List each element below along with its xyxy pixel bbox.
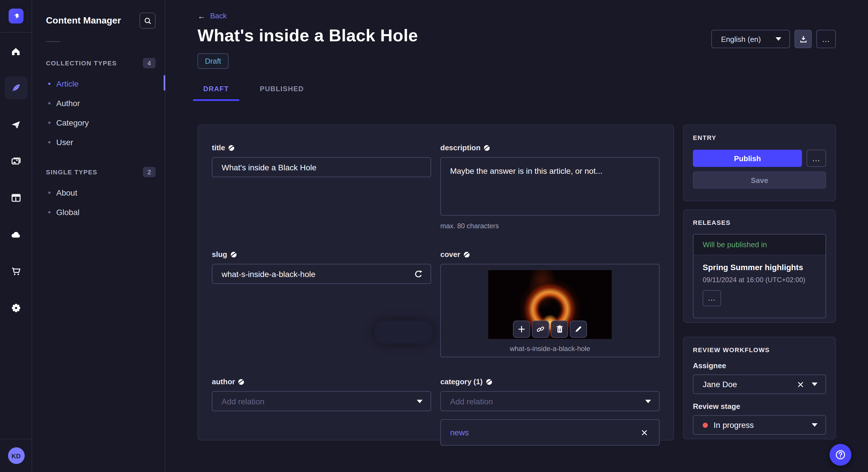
author-field: author Add relation — [212, 373, 431, 446]
content-manager-nav-button[interactable] — [4, 76, 27, 99]
sidebar-item-label: Article — [56, 79, 79, 88]
collection-types-heading: COLLECTION TYPES — [46, 60, 117, 67]
content-type-builder-nav-button[interactable] — [4, 187, 27, 209]
globe-icon — [484, 144, 490, 151]
content-manager-sidebar: Content Manager COLLECTION TYPES 4 Artic… — [32, 0, 165, 472]
marketplace-nav-button[interactable] — [4, 260, 27, 283]
save-button[interactable]: Save — [693, 171, 826, 189]
releases-panel-title: RELEASES — [693, 219, 826, 226]
review-stage-label: Review stage — [693, 402, 826, 411]
edit-form-card: title description max. 80 characters — [197, 125, 674, 440]
feather-icon — [10, 82, 22, 94]
sidebar-item-label: User — [56, 138, 73, 147]
publish-button[interactable]: Publish — [693, 150, 802, 167]
home-icon — [10, 45, 21, 57]
release-card: Will be published in Spring Summer highl… — [693, 234, 826, 318]
help-button[interactable] — [830, 444, 851, 466]
delete-media-button[interactable] — [551, 321, 568, 338]
locale-select[interactable]: English (en) — [711, 30, 790, 48]
settings-nav-button[interactable] — [4, 297, 27, 319]
sidebar-item-global[interactable]: Global — [46, 202, 156, 222]
sidebar-item-label: About — [56, 188, 77, 197]
search-button[interactable] — [140, 12, 156, 29]
sidebar-item-author[interactable]: Author — [46, 94, 156, 113]
chevron-down-icon — [776, 37, 781, 41]
back-link[interactable]: Back — [210, 11, 227, 20]
author-relation-select[interactable]: Add relation — [212, 391, 431, 411]
release-status: Will be published in — [693, 235, 826, 255]
sidebar-item-article[interactable]: Article — [46, 74, 156, 94]
form-row-spacer — [212, 230, 660, 245]
assignee-value: Jane Doe — [703, 380, 789, 389]
edit-media-button[interactable] — [570, 321, 587, 338]
cover-actions — [513, 321, 587, 338]
export-button[interactable] — [795, 30, 812, 48]
title-input[interactable] — [212, 157, 431, 177]
category-relation-item: news — [440, 419, 660, 446]
app-window: KD Content Manager COLLECTION TYPES 4 Ar… — [0, 0, 868, 472]
rail-divider — [0, 32, 32, 33]
remove-relation-button[interactable] — [639, 429, 650, 436]
regenerate-slug-button[interactable] — [413, 268, 424, 280]
release-date: 09/11/2024 at 16:00 (UTC+02:00) — [703, 276, 816, 284]
field-label-text: title — [212, 143, 225, 152]
gear-icon — [10, 302, 22, 314]
back-arrow-icon: ← — [197, 12, 206, 20]
sidebar-item-about[interactable]: About — [46, 183, 156, 202]
copy-link-button[interactable] — [532, 321, 549, 338]
download-icon — [799, 35, 807, 43]
add-media-button[interactable] — [513, 321, 530, 338]
relation-link-news[interactable]: news — [450, 428, 469, 437]
tab-published[interactable]: PUBLISHED — [254, 85, 309, 100]
chevron-down-icon — [812, 423, 817, 427]
status-badge: Draft — [197, 53, 228, 69]
globe-icon — [238, 378, 245, 385]
slug-label: slug — [212, 250, 431, 259]
chevron-down-icon — [417, 400, 423, 403]
bullet-icon — [48, 192, 51, 194]
field-label-text: cover — [440, 250, 460, 259]
review-stage-value: In progress — [714, 420, 806, 430]
tab-draft[interactable]: DRAFT — [197, 85, 235, 100]
category-field: category (1) Add relation news — [440, 373, 660, 446]
category-relation-select[interactable]: Add relation — [440, 391, 660, 411]
layout-icon — [10, 192, 22, 204]
assignee-select[interactable]: Jane Doe — [693, 374, 826, 394]
main-nav-rail: KD — [0, 0, 32, 472]
entry-more-button[interactable]: ... — [807, 150, 826, 167]
strapi-logo[interactable] — [8, 9, 23, 24]
close-icon — [641, 429, 648, 436]
slug-input[interactable] — [212, 264, 431, 284]
search-icon — [144, 17, 151, 24]
releases-panel: RELEASES Will be published in Spring Sum… — [683, 209, 836, 323]
description-hint: max. 80 characters — [440, 222, 660, 230]
deploy-nav-button[interactable] — [4, 223, 27, 246]
help-icon — [835, 449, 846, 461]
review-workflows-panel: REVIEW WORKFLOWS Assignee Jane Doe Revie… — [683, 337, 836, 439]
review-stage-select[interactable]: In progress — [693, 415, 826, 435]
media-library-nav-button[interactable] — [4, 150, 27, 173]
media-gallery-icon — [10, 156, 22, 167]
single-types-count-badge: 2 — [143, 167, 156, 177]
clear-assignee-button[interactable] — [795, 381, 806, 387]
refresh-icon — [414, 270, 423, 279]
single-types-heading: SINGLE TYPES — [46, 169, 97, 175]
bullet-icon — [48, 82, 51, 85]
release-more-button[interactable]: ... — [703, 290, 721, 306]
assignee-label: Assignee — [693, 361, 826, 370]
sidebar-item-user[interactable]: User — [46, 133, 156, 152]
description-textarea[interactable] — [440, 157, 660, 216]
releases-nav-button[interactable] — [4, 113, 27, 136]
home-nav-button[interactable] — [4, 40, 27, 63]
author-placeholder: Add relation — [222, 397, 265, 406]
form-row-spacer — [212, 357, 660, 373]
tab-bar: DRAFT PUBLISHED — [197, 85, 836, 100]
close-icon — [797, 381, 804, 387]
chevron-down-icon — [812, 382, 817, 386]
header-more-button[interactable]: ... — [816, 30, 836, 48]
description-field: description max. 80 characters — [440, 139, 660, 230]
cover-filename: what-s-inside-a-black-hole — [441, 345, 659, 353]
sidebar-item-category[interactable]: Category — [46, 113, 156, 133]
release-name: Spring Summer highlights — [703, 263, 816, 272]
user-avatar[interactable]: KD — [8, 447, 24, 464]
